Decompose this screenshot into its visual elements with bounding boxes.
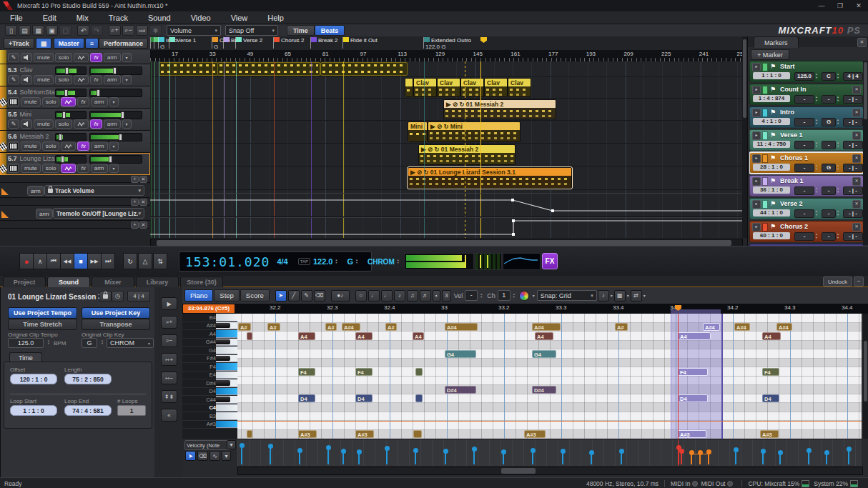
marker-time-field[interactable]: 1 : 1 : 0 <box>753 72 790 79</box>
add-lane-button[interactable]: + <box>131 176 139 183</box>
timeline-flag-icon[interactable] <box>236 37 242 42</box>
marker-card-start[interactable]: ▸⚑Start1 : 1 : 0125.0▲▼C▲▼4 | 4 <box>749 61 864 82</box>
automation-param-dropdown[interactable]: Tremolo On/Off [Lounge Liz...▾ <box>53 208 144 219</box>
orig-scale-dropdown[interactable]: CHROM▾ <box>107 338 154 348</box>
undock-button[interactable]: Undock <box>823 277 852 287</box>
midi-note-G4[interactable]: G4 <box>445 350 476 358</box>
volume-slider[interactable] <box>89 89 142 97</box>
volume-slider[interactable] <box>89 155 142 164</box>
marker-tempo-field[interactable]: 125.0 <box>794 72 814 81</box>
midi-note-F4[interactable]: F4 <box>762 368 779 376</box>
delete-marker-button[interactable]: ✕ <box>852 177 861 186</box>
velocity-stem[interactable] <box>270 448 271 464</box>
solo-button[interactable]: solo <box>55 119 73 129</box>
speaker-icon[interactable] <box>21 53 32 62</box>
automation-param-dropdown[interactable]: Track Volume▾ <box>44 185 144 196</box>
master-menu-icon[interactable]: ≡ <box>85 38 99 49</box>
scale-display[interactable]: CHROM <box>368 258 395 266</box>
midi-note-As3[interactable]: A#3 <box>355 430 374 438</box>
arm-button[interactable]: arm <box>91 97 108 106</box>
speaker-icon[interactable] <box>21 119 32 129</box>
midi-note-As4[interactable]: A#4 <box>342 323 360 331</box>
piano-key[interactable] <box>216 379 237 387</box>
track-row-5.4[interactable]: 5.4SoftHornStabsmutesolofxarm▾ <box>0 86 150 109</box>
channel-value-field[interactable]: 1 <box>498 290 511 301</box>
lock-icon[interactable] <box>99 291 112 302</box>
marker-card-break-1[interactable]: ▸⚑Break 1✕36 : 1 : 0-▲▼-▲▼- | - <box>749 175 864 196</box>
chevron-down-icon[interactable]: ▾ <box>611 293 613 298</box>
tempo-spinner[interactable]: ▲▼ <box>814 95 819 102</box>
offset-field[interactable]: 120 : 1 : 0 <box>10 374 57 384</box>
zoom-out-icon[interactable]: ⌕− <box>122 25 134 36</box>
panel-minimize-button[interactable]: − <box>854 277 864 287</box>
timeline-flag-icon[interactable] <box>212 37 218 42</box>
piano-key[interactable] <box>216 404 237 412</box>
tab-store-30-[interactable]: Store (30) <box>180 277 223 287</box>
velocity-curve-tool[interactable]: ∿ <box>209 451 220 461</box>
markers-tab[interactable]: Markers <box>754 36 799 48</box>
snap-dropdown[interactable]: Snap: Grid▾ <box>537 290 597 301</box>
arm-button[interactable]: arm <box>104 75 121 84</box>
draw-icon[interactable]: ✎ <box>8 119 19 129</box>
track-chevron-icon[interactable]: ▾ <box>122 75 132 84</box>
velocity-value-field[interactable]: - <box>465 290 478 301</box>
velocity-select-tool[interactable]: ➤ <box>185 451 196 461</box>
velocity-stem[interactable] <box>762 453 764 464</box>
track-chevron-icon[interactable]: ▾ <box>109 97 119 106</box>
delete-marker-button[interactable]: ✕ <box>852 223 861 231</box>
swing-settings-icon[interactable]: ⇄ <box>631 290 642 302</box>
marker-color-swatch[interactable] <box>762 131 768 140</box>
piano-key-row-B3[interactable]: B3 <box>182 412 237 421</box>
piano-key-row-As3[interactable]: A#3 <box>182 421 237 429</box>
midi-note-A4[interactable]: A4 <box>535 332 553 340</box>
time-signature-display[interactable]: 4/4 <box>277 257 287 266</box>
velocity-stem[interactable] <box>445 453 446 464</box>
length-field[interactable]: 75 : 2 : 850 <box>64 374 112 384</box>
add-lane-button[interactable]: + <box>131 221 139 229</box>
fast-forward-button[interactable]: ▶▶ <box>87 253 102 269</box>
velocity-stem[interactable] <box>386 450 388 464</box>
midi-note-As4[interactable]: A#4 <box>703 323 720 331</box>
audio-clip[interactable]: ▶ ⊘ ↻ 01 Lounge Lizard Session 3.1 <box>408 167 572 189</box>
marker-color-swatch[interactable] <box>762 109 768 117</box>
timeline-marker-strip[interactable]: IntroGVerse 1ChoGBreVerse 2Chorus 2Break… <box>150 36 747 51</box>
loop-mode-button[interactable]: ↻ <box>123 253 137 269</box>
beats-mode-button[interactable]: Beats <box>315 25 345 36</box>
marker-meter-field[interactable]: - | - <box>843 118 863 126</box>
grid-settings-icon[interactable]: ▦ <box>614 290 626 302</box>
midi-note-As4[interactable]: A# <box>615 323 628 331</box>
tab-mixer[interactable]: Mixer <box>92 277 134 287</box>
arrangement-track-lane[interactable]: ClavClavClavClavClav <box>150 77 747 99</box>
clip-meter-button[interactable]: 4 | 4 <box>127 291 150 302</box>
time-stretch-button[interactable]: Time Stretch <box>8 319 77 330</box>
tempo-spinner[interactable]: ▲▼ <box>814 232 819 239</box>
marker-meter-field[interactable]: - | - <box>843 164 863 172</box>
track-chevron-icon[interactable]: ▾ <box>122 119 132 129</box>
punch-io-button[interactable]: ⇅ <box>153 253 167 269</box>
expand-marker-button[interactable]: ▸ <box>752 177 761 186</box>
instrument-keys-button[interactable] <box>8 141 19 151</box>
automation-icon[interactable] <box>74 119 89 129</box>
velocity-stem[interactable] <box>848 451 849 464</box>
velocity-stem[interactable] <box>327 449 329 464</box>
chevron-down-icon[interactable]: ▾ <box>627 293 629 298</box>
midi-note-A4[interactable]: A4 <box>413 332 424 340</box>
tab-piano[interactable]: Piano <box>184 289 213 302</box>
midi-note-As4[interactable]: A#4 <box>445 323 478 331</box>
midi-clip[interactable] <box>320 62 408 76</box>
marker-tempo-field[interactable]: - <box>794 186 814 195</box>
paint-tool[interactable]: ✎ <box>301 290 312 302</box>
mute-button[interactable]: mute <box>21 141 41 151</box>
volume-slider[interactable] <box>89 66 142 75</box>
marker-time-field[interactable]: 28 : 1 : 0 <box>753 164 790 171</box>
piano-roll-ruler[interactable]: 33:04.876 (C#5) 32.232.332.43333.233.333… <box>182 304 868 314</box>
loop-end-field[interactable]: 74 : 4 : 581 <box>64 405 112 416</box>
add-lane-button[interactable]: + <box>131 199 139 206</box>
use-project-tempo-button[interactable]: Use Project Tempo <box>8 307 77 319</box>
midi-note-A4[interactable]: A4 <box>298 332 315 340</box>
timeline-flag-icon[interactable] <box>169 37 175 42</box>
midi-note-A4[interactable]: A4 <box>762 332 781 340</box>
fx-button[interactable]: fx <box>77 97 89 106</box>
automation-envelope[interactable] <box>150 217 747 237</box>
timeline-ruler[interactable]: 1733496581971131291451611771932092252412… <box>150 50 747 62</box>
